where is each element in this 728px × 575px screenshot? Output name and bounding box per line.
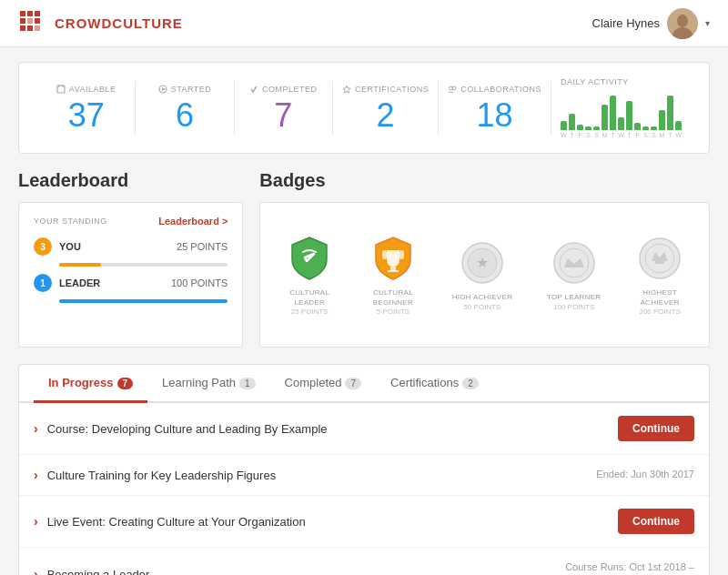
stats-card: Available 37 Started 6 Completed 7 Certi… [18, 62, 710, 154]
stat-certifications-value: 2 [342, 99, 429, 132]
lb-rank-you: 3 [34, 237, 52, 256]
activity-chart [561, 92, 682, 130]
course-expand-icon[interactable]: › [34, 514, 38, 529]
chart-label: S [593, 132, 600, 138]
tabs-header: In Progress7Learning Path1Completed7Cert… [19, 365, 709, 403]
chart-labels: WTFSSMTWTFSSMTW [561, 132, 682, 138]
badge-name: HIGHEST ACHIEVER [635, 288, 684, 308]
course-expand-icon[interactable]: › [34, 421, 38, 436]
lb-name-leader: LEADER [59, 277, 164, 288]
chart-label: M [659, 132, 665, 138]
badges-card: CULTURAL LEADER25 POINTS CULTURAL BEGINN… [259, 202, 710, 348]
lb-row-you: 3 YOU 25 POINTS [34, 237, 228, 256]
svg-rect-32 [655, 261, 664, 264]
badge-item: CULTURAL LEADER25 POINTS [285, 234, 334, 316]
user-menu-chevron[interactable]: ▾ [705, 18, 710, 28]
chart-label: W [561, 132, 567, 138]
stat-available-value: 37 [46, 99, 126, 132]
svg-point-10 [677, 15, 688, 27]
lb-progress-you [59, 263, 228, 267]
badge-points: 5 POINTS [369, 308, 418, 316]
chart-bar [667, 96, 673, 130]
badge-icon-crown [635, 234, 684, 283]
badge-points: 50 POINTS [452, 303, 513, 311]
user-menu[interactable]: Claire Hynes ▾ [592, 8, 710, 39]
stat-completed: Completed 7 [235, 81, 333, 136]
chart-label: T [667, 132, 673, 138]
badge-icon-medal: ★ [458, 238, 507, 288]
course-meta: Course Runs: Oct 1st 2018 – Oct 31st 201… [565, 560, 694, 575]
lb-progress-fill-leader [59, 299, 228, 303]
tab-completed[interactable]: Completed7 [270, 365, 376, 403]
badge-points: 100 POINTS [547, 303, 601, 311]
leaderboard-title: Leaderboard [18, 170, 243, 191]
lb-points-leader: 100 POINTS [171, 277, 228, 288]
app-header: CROWDCULTURE Claire Hynes ▾ [0, 0, 728, 47]
tab-badge: 7 [117, 378, 134, 389]
tab-learning-path[interactable]: Learning Path1 [147, 365, 270, 403]
svg-rect-6 [20, 25, 25, 31]
tab-badge: 2 [462, 378, 479, 389]
chart-bar [634, 123, 641, 130]
course-expand-icon[interactable]: › [34, 567, 38, 575]
chart-label: T [569, 132, 575, 138]
course-name: Course: Developing Culture and Leading B… [47, 422, 609, 436]
badge-points: 200 POINTS [635, 308, 684, 316]
badge-item: TOP LEARNER100 POINTS [547, 238, 601, 310]
course-meta: Ended: Jun 30th 2017 [596, 468, 694, 481]
badge-name: HIGH ACHIEVER [452, 293, 513, 302]
chart-label: T [610, 132, 616, 138]
course-row: ›Live Event: Creating Culture at Your Or… [19, 496, 709, 548]
stat-collaborations-value: 18 [448, 99, 541, 132]
lb-progress-leader [59, 299, 228, 303]
badge-item: ★ HIGH ACHIEVER50 POINTS [452, 238, 513, 310]
course-expand-icon[interactable]: › [34, 468, 38, 482]
chart-label: S [585, 132, 592, 138]
chart-bar [585, 126, 592, 130]
chart-bar [593, 126, 600, 130]
chart-label: T [626, 132, 632, 138]
badge-item: HIGHEST ACHIEVER200 POINTS [635, 234, 684, 316]
stat-started-value: 6 [145, 99, 224, 132]
course-row: ›Course: Developing Culture and Leading … [19, 403, 709, 455]
lb-progress-fill-you [59, 263, 101, 267]
logo-text: CROWDCULTURE [55, 15, 183, 31]
lb-rank-leader: 1 [34, 274, 52, 292]
tab-badge: 7 [345, 378, 361, 389]
chart-bar [602, 105, 608, 130]
stat-available: Available 37 [37, 81, 136, 136]
svg-point-29 [560, 248, 589, 277]
svg-marker-16 [162, 87, 166, 91]
courses-section: In Progress7Learning Path1Completed7Cert… [18, 364, 710, 575]
stat-completed-value: 7 [244, 99, 323, 132]
badge-item: CULTURAL BEGINNER5 POINTS [369, 234, 418, 316]
lb-standing-label: Your Standing [34, 217, 107, 226]
tab-in-progress[interactable]: In Progress7 [34, 365, 147, 403]
chart-bar [577, 125, 583, 130]
svg-rect-8 [35, 25, 40, 31]
tab-certifications[interactable]: Certifications2 [376, 365, 493, 403]
course-name: Becoming a Leader [47, 568, 556, 575]
svg-rect-12 [57, 86, 65, 93]
lb-points-you: 25 POINTS [177, 241, 228, 252]
chart-bar [651, 126, 657, 130]
svg-rect-0 [20, 11, 25, 16]
svg-rect-4 [27, 18, 33, 24]
continue-button[interactable]: Continue [618, 416, 694, 441]
chart-bar [569, 114, 575, 130]
daily-activity-label: Daily Activity [561, 77, 682, 86]
badge-icon-shield [285, 234, 334, 283]
chart-bar [659, 110, 665, 130]
logo: CROWDCULTURE [18, 9, 183, 38]
badge-icon-trophy [369, 234, 418, 283]
svg-rect-2 [35, 11, 40, 16]
continue-button[interactable]: Continue [618, 509, 694, 534]
stat-certifications-label: Certifications [342, 85, 429, 94]
svg-marker-17 [343, 86, 350, 93]
badge-points: 25 POINTS [285, 308, 334, 316]
user-name: Claire Hynes [592, 16, 660, 30]
courses-list: ›Course: Developing Culture and Leading … [19, 403, 709, 575]
chart-bar [618, 117, 624, 130]
leaderboard-link[interactable]: Leaderboard > [158, 216, 228, 227]
tab-badge: 1 [239, 378, 256, 389]
